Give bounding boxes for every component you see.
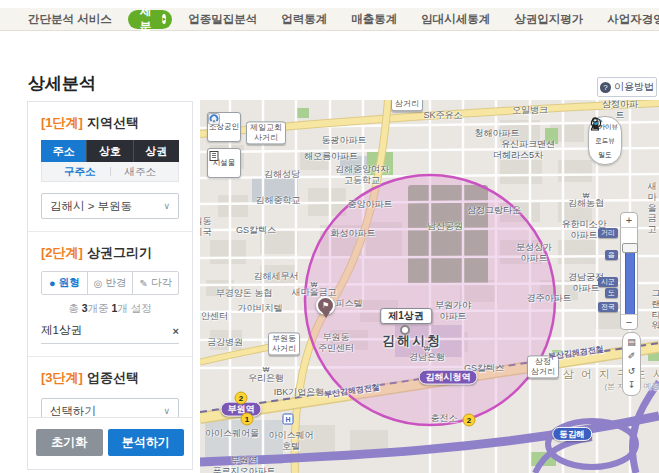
map-label: 삼거리 bbox=[391, 100, 423, 111]
nav-item-location-eval[interactable]: 상권입지평가 bbox=[502, 12, 595, 27]
map-label: 경남은행 bbox=[409, 352, 445, 363]
step1-heading: [1단계]지역선택 bbox=[41, 114, 179, 132]
zoom-level-badge[interactable]: 전국 bbox=[598, 302, 618, 312]
nav-active-arrow-icon: ▸ bbox=[162, 14, 166, 24]
chevron-down-icon: ∨ bbox=[163, 406, 170, 416]
tab-area[interactable]: 상권 bbox=[133, 140, 179, 162]
map-label: ₩ bbox=[424, 345, 431, 353]
zoom-widget: + − bbox=[620, 212, 638, 330]
map-label: 우리은행 bbox=[248, 373, 284, 384]
shape-polygon-label: 다각 bbox=[151, 276, 172, 290]
map-label: 금강병원 bbox=[207, 337, 243, 348]
map-label: 김해중학교 bbox=[256, 195, 301, 206]
zoom-level-badge[interactable]: 도 bbox=[605, 288, 618, 298]
area-count-text: 총 3개중 1개 설정 bbox=[28, 302, 192, 316]
small-business-layer-button[interactable]: 소상공인 bbox=[207, 112, 241, 142]
step2-title: 상권그리기 bbox=[87, 245, 152, 260]
roadview-button[interactable]: 로드뷰 bbox=[595, 136, 615, 146]
facility-layer-button[interactable]: 시설물 bbox=[207, 148, 241, 178]
area-center-pin[interactable]: ⚑ bbox=[316, 296, 335, 315]
map-label: 오일뱅크 bbox=[512, 105, 548, 116]
area-measure-icon[interactable]: ▤ bbox=[627, 338, 636, 347]
tab-shopname[interactable]: 상호 bbox=[86, 140, 132, 162]
nav-item-rent[interactable]: 임대시세통계 bbox=[409, 12, 502, 27]
map-label: 치안센터 bbox=[200, 311, 228, 322]
zoom-out-button[interactable]: − bbox=[621, 314, 637, 329]
help-button[interactable]: ? 이용방법 bbox=[597, 77, 657, 97]
map-label: 부산김해경전철 bbox=[548, 344, 605, 361]
map-label: 더헤라스5차 bbox=[493, 150, 543, 161]
subtab-new-address[interactable]: 새주소 bbox=[125, 165, 157, 179]
map-label: 유신파크맨션 bbox=[501, 139, 555, 150]
step1-badge: [1단계] bbox=[41, 115, 83, 130]
zoom-track[interactable] bbox=[625, 245, 635, 315]
shape-polygon-button[interactable]: ✎ 다각 bbox=[132, 272, 178, 294]
map-label: 김해시청 bbox=[382, 333, 442, 349]
map-label: 화성아파트 bbox=[331, 228, 376, 239]
step1-title: 지역선택 bbox=[87, 115, 139, 130]
nav-item-owner-eval[interactable]: 사업자경영평가 bbox=[595, 12, 659, 27]
map-label: H bbox=[283, 414, 294, 425]
chevron-down-icon: ∨ bbox=[163, 201, 170, 211]
remove-area-button[interactable]: × bbox=[173, 325, 179, 337]
zoom-level-badge[interactable]: 시군 bbox=[598, 277, 618, 287]
density-button[interactable]: 밀도 bbox=[599, 150, 612, 160]
section-divider bbox=[28, 356, 192, 357]
small-business-icon bbox=[208, 113, 220, 125]
map-label: 제일교회 사거리 bbox=[246, 121, 286, 144]
tab-address[interactable]: 주소 bbox=[41, 140, 86, 162]
map-label: ₩ bbox=[311, 281, 318, 289]
nav-item-density[interactable]: 업종밀집분석 bbox=[176, 12, 269, 27]
shape-circle-button[interactable]: ● 원형 bbox=[42, 272, 87, 294]
map-measure-tools: ▤ ✐ ↺ ↧ bbox=[622, 332, 641, 396]
roadview-label: 로드뷰 bbox=[595, 137, 615, 146]
analysis-sidebar: [1단계]지역선택 주소 상호 상권 구주소 새주소 김해시 > 부원동 ∨ [… bbox=[27, 101, 193, 470]
radius-icon: ◎ bbox=[94, 278, 103, 289]
zoom-level-badge[interactable]: 거리 bbox=[598, 228, 618, 238]
step3-heading: [3단계]업종선택 bbox=[41, 369, 179, 387]
zoom-in-button[interactable]: + bbox=[621, 213, 637, 228]
reset-button[interactable]: 초기화 bbox=[36, 429, 103, 456]
map-label: 동광아파트 bbox=[322, 135, 367, 146]
nav-item-detail-analysis[interactable]: 상세분석 ▸ bbox=[128, 10, 173, 29]
nav-item-sales[interactable]: 매출통계 bbox=[339, 12, 409, 27]
nav-item-business-age[interactable]: 업력통계 bbox=[269, 12, 339, 27]
map-label: 2 bbox=[463, 414, 476, 427]
map-label: 해오름아파트 bbox=[304, 151, 358, 162]
step2-badge: [2단계] bbox=[41, 245, 83, 260]
map-label: 중앙아파트 bbox=[348, 199, 393, 210]
shape-radius-button[interactable]: ◎ 반경 bbox=[87, 272, 133, 294]
top-nav: 간단분석 서비스 상세분석 ▸ 업종밀집분석 업력통계 매출통계 임대시세통계 … bbox=[0, 8, 659, 31]
zoom-level-badge[interactable]: 읍 bbox=[605, 250, 618, 260]
map-label: 아이스퀘어 호텔 bbox=[269, 430, 314, 452]
region-select[interactable]: 김해시 > 부원동 ∨ bbox=[41, 193, 179, 219]
nav-active-label: 상세분석 bbox=[140, 0, 158, 49]
download-icon[interactable]: ↧ bbox=[628, 381, 636, 390]
nav-item-simple-analysis[interactable]: 간단분석 서비스 bbox=[16, 12, 124, 27]
undo-icon[interactable]: ↺ bbox=[628, 367, 636, 376]
distance-measure-icon[interactable]: ✐ bbox=[628, 352, 636, 361]
page-title: 상세분석 bbox=[28, 72, 96, 95]
zoom-handle[interactable] bbox=[622, 243, 638, 253]
subtab-old-address[interactable]: 구주소 bbox=[64, 165, 96, 179]
area-item-label: 제1상권 bbox=[41, 323, 82, 338]
map-canvas[interactable]: 삼거리SK주유소오일뱅크삼정아파트제일교회 사거리동광아파트해오름아파트김해성당… bbox=[200, 100, 659, 473]
step2-heading: [2단계]상권그리기 bbox=[41, 244, 179, 262]
sidebar-footer: 초기화 분석하기 bbox=[28, 417, 192, 469]
map-label: 부경양돈 농협 bbox=[216, 288, 273, 299]
map-label: 1 bbox=[241, 413, 254, 426]
section-divider bbox=[28, 231, 192, 232]
polygon-icon: ✎ bbox=[139, 278, 147, 289]
city-hall-dot-marker bbox=[400, 325, 410, 335]
map-label: 아이스퀘어몰 bbox=[205, 428, 259, 439]
map-label: 삼어지구도시개발 bbox=[563, 368, 659, 381]
map-view-controls: 스카이뷰 로드뷰 밀도 bbox=[588, 116, 622, 165]
map-label: 2 bbox=[235, 392, 248, 405]
analyze-button[interactable]: 분석하기 bbox=[108, 429, 184, 456]
map-label: 부원동 우체국 bbox=[200, 216, 212, 238]
step3-badge: [3단계] bbox=[41, 370, 83, 385]
area-list-item: 제1상권 × bbox=[41, 323, 179, 344]
region-select-value: 김해시 > 부원동 bbox=[50, 199, 132, 214]
map-label: 삼정그랑타운 bbox=[467, 205, 521, 216]
map-label: 김해시청역 bbox=[419, 370, 478, 385]
